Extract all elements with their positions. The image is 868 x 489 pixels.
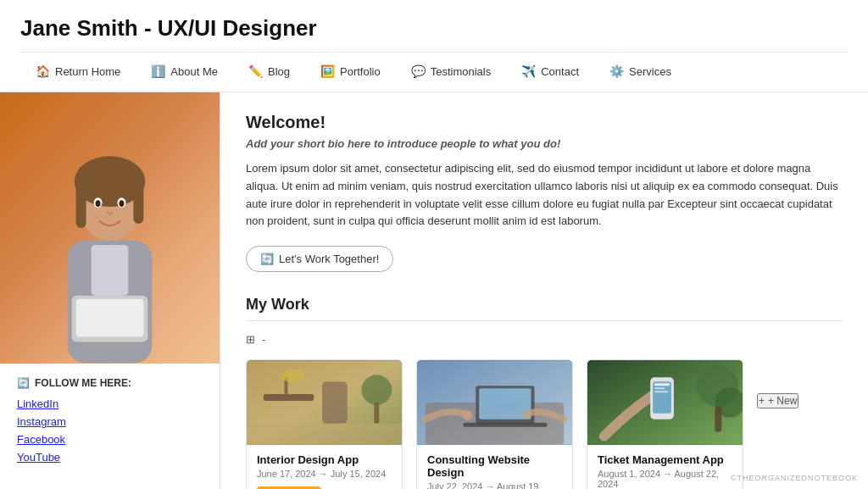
- work-card-1[interactable]: Interior Design App June 17, 2024 → July…: [246, 359, 403, 489]
- svg-rect-19: [374, 403, 379, 424]
- lets-work-button[interactable]: 🔄 Let's Work Together!: [246, 246, 393, 272]
- nav-testimonials-label: Testimonials: [431, 65, 492, 78]
- svg-point-9: [119, 200, 124, 207]
- grid-icon: ⊞: [246, 333, 255, 346]
- nav-testimonials[interactable]: 💬 Testimonials: [396, 59, 507, 83]
- card-3-title: Ticket Management App: [598, 453, 732, 466]
- content-area: Welcome! Add your short bio here to intr…: [220, 92, 868, 489]
- nav-services-label: Services: [629, 65, 671, 78]
- svg-point-27: [462, 410, 472, 420]
- services-icon: ⚙️: [609, 64, 624, 78]
- watermark: ©THEORGANIZEDNOTEBOOK: [731, 474, 858, 482]
- svg-rect-4: [76, 181, 86, 228]
- svg-rect-26: [463, 423, 547, 427]
- plus-icon: +: [759, 395, 765, 407]
- sidebar: 🔄 FOLLOW ME HERE: LinkedIn Instagram Fac…: [0, 92, 220, 489]
- new-button[interactable]: + + New: [757, 393, 798, 408]
- my-work-title: My Work: [246, 296, 843, 321]
- svg-rect-31: [653, 381, 671, 414]
- svg-rect-14: [264, 394, 314, 401]
- svg-rect-11: [76, 299, 144, 337]
- page-header: Jane Smith - UX/UI Designer 🏠 Return Hom…: [0, 0, 868, 92]
- profile-photo: [0, 92, 220, 364]
- svg-rect-17: [322, 381, 348, 423]
- nav-contact[interactable]: ✈️ Contact: [506, 59, 594, 83]
- work-card-2[interactable]: Consulting Website Design July 22, 2024 …: [416, 359, 573, 489]
- nav-portfolio[interactable]: 🖼️ Portfolio: [305, 59, 396, 83]
- svg-rect-5: [133, 181, 143, 224]
- portfolio-icon: 🖼️: [320, 64, 335, 78]
- work-grid: Interior Design App June 17, 2024 → July…: [246, 359, 743, 489]
- card-1-date: June 17, 2024 → July 15, 2024: [257, 469, 392, 479]
- nav-contact-label: Contact: [541, 65, 579, 78]
- home-icon: 🏠: [36, 64, 50, 78]
- youtube-link[interactable]: YouTube: [17, 451, 203, 464]
- work-card-3[interactable]: Ticket Management App August 1, 2024 → A…: [587, 359, 743, 489]
- card-3-body: Ticket Management App August 1, 2024 → A…: [587, 445, 743, 489]
- instagram-link[interactable]: Instagram: [17, 415, 203, 428]
- card-2-body: Consulting Website Design July 22, 2024 …: [417, 445, 572, 489]
- refresh-icon: 🔄: [260, 253, 274, 265]
- follow-title: 🔄 FOLLOW ME HERE:: [17, 377, 203, 389]
- nav-return-home[interactable]: 🏠 Return Home: [20, 59, 136, 83]
- blog-icon: ✏️: [248, 64, 263, 78]
- svg-point-18: [362, 375, 392, 406]
- svg-rect-33: [654, 387, 665, 389]
- linkedin-link[interactable]: LinkedIn: [17, 397, 203, 410]
- facebook-link[interactable]: Facebook: [17, 433, 203, 446]
- contact-icon: ✈️: [521, 64, 536, 78]
- svg-point-16: [281, 370, 305, 383]
- nav-about-me[interactable]: ℹ️ About Me: [136, 59, 233, 83]
- nav-blog-label: Blog: [268, 65, 290, 78]
- grid-separator: -: [262, 333, 265, 346]
- nav-return-home-label: Return Home: [55, 65, 120, 78]
- nav-about-me-label: About Me: [170, 65, 218, 78]
- svg-rect-1: [92, 245, 129, 296]
- sidebar-follow-section: 🔄 FOLLOW ME HERE: LinkedIn Instagram Fac…: [0, 364, 220, 482]
- nav-portfolio-label: Portfolio: [340, 65, 381, 78]
- follow-icon: 🔄: [17, 377, 30, 389]
- svg-rect-32: [654, 383, 670, 386]
- welcome-section: Welcome! Add your short bio here to intr…: [246, 113, 843, 272]
- svg-rect-34: [654, 391, 668, 392]
- my-work-section: My Work ⊞ -: [246, 296, 843, 489]
- welcome-subtitle: Add your short bio here to introduce peo…: [246, 137, 843, 150]
- page-title: Jane Smith - UX/UI Designer: [20, 15, 848, 42]
- testimonials-icon: 💬: [411, 64, 426, 78]
- nav-blog[interactable]: ✏️ Blog: [233, 59, 305, 83]
- new-button-area: + + New: [757, 359, 798, 415]
- welcome-body: Lorem ipsum dolor sit amet, consectetur …: [246, 160, 843, 231]
- card-2-title: Consulting Website Design: [427, 453, 562, 479]
- nav-bar: 🏠 Return Home ℹ️ About Me ✏️ Blog 🖼️ Por…: [20, 52, 848, 83]
- svg-rect-37: [715, 407, 721, 432]
- welcome-title: Welcome!: [246, 113, 843, 132]
- card-1-body: Interior Design App June 17, 2024 → July…: [247, 445, 402, 489]
- nav-services[interactable]: ⚙️ Services: [594, 59, 687, 83]
- card-3-date: August 1, 2024 → August 22, 2024: [598, 469, 732, 489]
- svg-point-8: [96, 200, 101, 207]
- svg-rect-20: [247, 424, 402, 445]
- card-2-date: July 22, 2024 → August 19, 2024: [427, 481, 562, 489]
- card-1-title: Interior Design App: [257, 453, 392, 466]
- info-icon: ℹ️: [151, 64, 165, 78]
- work-controls: ⊞ -: [246, 333, 843, 346]
- main-layout: 🔄 FOLLOW ME HERE: LinkedIn Instagram Fac…: [0, 92, 868, 489]
